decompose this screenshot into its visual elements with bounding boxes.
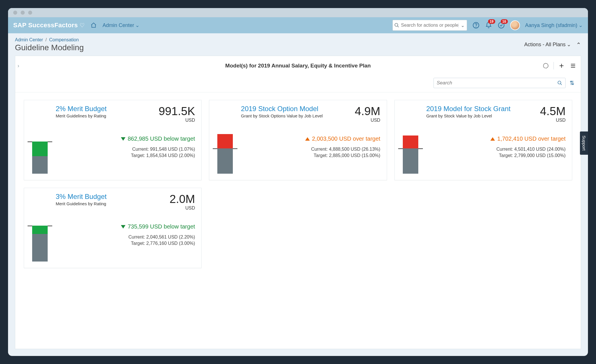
search-dropdown[interactable]: ⌄ — [458, 23, 467, 28]
model-card[interactable]: 2019 Model for Stock GrantGrant by Stock… — [394, 100, 572, 180]
tasks-icon[interactable]: 16 — [498, 22, 505, 29]
gauge — [400, 128, 421, 174]
svg-point-5 — [543, 63, 548, 68]
current-value: Current: 991,548 USD (1.07%) — [56, 146, 195, 152]
svg-point-0 — [395, 23, 398, 26]
support-tab[interactable]: Support — [580, 131, 588, 155]
card-title[interactable]: 2% Merit Budget — [56, 105, 159, 113]
global-search-input[interactable] — [401, 23, 458, 28]
delta-text: 735,599 USD below target — [128, 223, 195, 230]
breadcrumb-root[interactable]: Admin Center — [15, 37, 43, 42]
target-value: Target: 1,854,534 USD (2.00%) — [56, 152, 195, 159]
target-value: Target: 2,776,160 USD (3.00%) — [56, 240, 195, 247]
card-subtitle: Grant by Stock Value by Job Level — [426, 113, 540, 118]
triangle-up-icon — [490, 137, 495, 141]
tool-divider — [554, 62, 554, 69]
model-card[interactable]: 3% Merit BudgetMerit Guidelines by Ratin… — [24, 188, 202, 268]
panel-search-row: ⇅ — [15, 75, 581, 92]
card-meta: Current: 4,501,410 USD (24.00%)Target: 2… — [426, 146, 566, 159]
heart-icon: ♡ — [80, 22, 85, 29]
menu-icon[interactable] — [569, 62, 577, 69]
delta-text: 2,003,500 USD over target — [312, 135, 380, 142]
card-title[interactable]: 2019 Model for Stock Grant — [426, 105, 540, 113]
user-name: Aanya Singh (sfadmin) — [525, 22, 577, 28]
global-search[interactable]: ⌄ — [392, 20, 467, 31]
triangle-up-icon — [305, 137, 310, 141]
home-icon[interactable] — [90, 22, 97, 29]
delta-indicator: 2,003,500 USD over target — [241, 135, 380, 142]
panel-tools: + — [542, 62, 577, 69]
add-icon[interactable]: + — [558, 62, 565, 69]
expand-left-icon[interactable]: › — [16, 62, 20, 70]
page-subheader: Admin Center / Compensation Guideline Mo… — [8, 33, 588, 55]
card-subtitle: Merit Guidelines by Rating — [56, 113, 159, 118]
delta-text: 1,702,410 USD over target — [497, 135, 566, 142]
card-subtitle: Merit Guidelines by Rating — [56, 201, 169, 206]
search-icon[interactable] — [557, 80, 562, 86]
search-icon — [393, 23, 401, 28]
traffic-light-max[interactable] — [28, 11, 32, 15]
nav-label: Admin Center — [102, 22, 134, 28]
delta-text: 862,985 USD below target — [128, 135, 195, 142]
card-title[interactable]: 2019 Stock Option Model — [241, 105, 355, 113]
notifications-badge: 19 — [488, 19, 495, 24]
card-value: 4.9M — [355, 105, 380, 118]
models-grid: 2% Merit BudgetMerit Guidelines by Ratin… — [15, 92, 581, 276]
breadcrumb-leaf[interactable]: Compensation — [49, 37, 79, 42]
gauge — [30, 128, 50, 174]
chevron-down-icon: ⌄ — [567, 41, 571, 48]
traffic-light-min[interactable] — [21, 11, 25, 15]
models-search-input[interactable] — [437, 80, 557, 86]
app-window: SAP SuccessFactors ♡ Admin Center ⌄ ⌄ — [8, 8, 588, 356]
card-meta: Current: 991,548 USD (1.07%)Target: 1,85… — [56, 146, 195, 159]
chevron-down-icon: ⌄ — [578, 22, 583, 28]
avatar[interactable] — [510, 20, 520, 30]
models-panel: › Model(s) for 2019 Annual Salary, Equit… — [15, 56, 581, 349]
svg-line-1 — [398, 26, 399, 27]
traffic-light-close[interactable] — [13, 11, 17, 15]
target-value: Target: 2,885,000 USD (15.00%) — [241, 152, 380, 159]
model-card[interactable]: 2019 Stock Option ModelGrant by Stock Op… — [209, 100, 387, 180]
breadcrumb: Admin Center / Compensation — [15, 37, 84, 42]
brand-text: SAP SuccessFactors — [13, 22, 78, 29]
nav-admin-center[interactable]: Admin Center ⌄ — [102, 22, 140, 28]
collapse-panel-icon[interactable]: ⌃ — [576, 41, 581, 48]
current-value: Current: 2,040,561 USD (2.20%) — [56, 234, 195, 240]
refresh-icon[interactable] — [542, 62, 549, 69]
model-card[interactable]: 2% Merit BudgetMerit Guidelines by Ratin… — [24, 100, 202, 180]
delta-indicator: 735,599 USD below target — [56, 223, 195, 230]
card-currency: USD — [540, 118, 566, 123]
card-meta: Current: 2,040,561 USD (2.20%)Target: 2,… — [56, 234, 195, 247]
sort-icon[interactable]: ⇅ — [570, 80, 574, 86]
panel-title: Model(s) for 2019 Annual Salary, Equity … — [225, 63, 371, 69]
page-title: Guideline Modeling — [15, 43, 84, 52]
actions-label: Actions - All Plans — [524, 42, 566, 48]
card-value: 2.0M — [169, 193, 195, 206]
actions-menu[interactable]: Actions - All Plans ⌄ — [524, 41, 571, 48]
card-title[interactable]: 3% Merit Budget — [56, 193, 169, 201]
current-value: Current: 4,888,500 USD (26.13%) — [241, 146, 380, 152]
triangle-down-icon — [121, 225, 125, 229]
gauge — [30, 216, 50, 262]
tasks-badge: 16 — [501, 19, 508, 24]
card-value: 4.5M — [540, 105, 566, 118]
notifications-icon[interactable]: 19 — [485, 22, 492, 29]
user-menu[interactable]: Aanya Singh (sfadmin) ⌄ — [525, 22, 583, 28]
card-subtitle: Grant by Stock Options Value by Job Leve… — [241, 113, 355, 118]
svg-line-10 — [560, 84, 562, 85]
card-currency: USD — [169, 206, 195, 211]
card-value: 991.5K — [159, 105, 195, 118]
svg-point-3 — [476, 27, 476, 27]
card-currency: USD — [355, 118, 380, 123]
models-search[interactable] — [434, 78, 566, 88]
panel-header: › Model(s) for 2019 Annual Salary, Equit… — [15, 56, 581, 75]
help-icon[interactable] — [472, 22, 480, 29]
current-value: Current: 4,501,410 USD (24.00%) — [426, 146, 566, 152]
triangle-down-icon — [121, 137, 125, 141]
svg-point-9 — [558, 81, 561, 84]
target-value: Target: 2,799,000 USD (15.00%) — [426, 152, 566, 159]
card-meta: Current: 4,888,500 USD (26.13%)Target: 2… — [241, 146, 380, 159]
chevron-down-icon: ⌄ — [135, 22, 140, 28]
delta-indicator: 862,985 USD below target — [56, 135, 195, 142]
app-header: SAP SuccessFactors ♡ Admin Center ⌄ ⌄ — [8, 17, 588, 33]
